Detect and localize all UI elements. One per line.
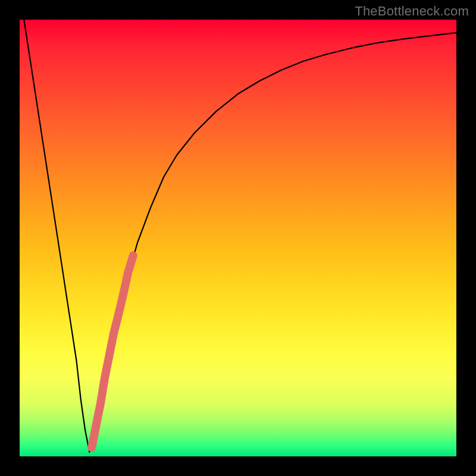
bottleneck-curve xyxy=(24,20,456,452)
chart-frame: TheBottleneck.com xyxy=(0,0,476,476)
chart-overlay xyxy=(20,20,456,456)
recommended-range-marker xyxy=(92,255,133,447)
watermark-text: TheBottleneck.com xyxy=(355,4,469,19)
